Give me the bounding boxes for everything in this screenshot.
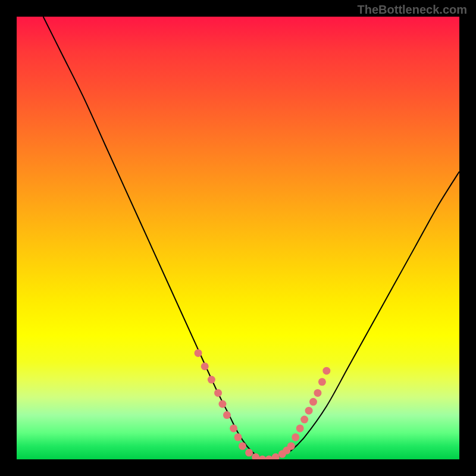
data-dot — [305, 407, 313, 415]
data-dot — [272, 453, 280, 459]
data-dot — [318, 378, 326, 386]
data-dot — [265, 456, 273, 460]
data-dot — [208, 376, 215, 384]
data-dot — [234, 433, 242, 441]
data-dot — [287, 442, 295, 450]
data-dot — [230, 424, 237, 432]
data-dot — [292, 433, 299, 441]
bottleneck-curve-line — [43, 17, 459, 459]
data-dot — [245, 449, 253, 456]
data-dot — [239, 442, 246, 450]
data-dot — [195, 349, 202, 357]
data-dot — [214, 389, 222, 397]
data-dot — [314, 389, 321, 397]
chart-svg — [17, 17, 459, 459]
watermark-text: TheBottleneck.com — [358, 3, 467, 17]
data-dot — [252, 453, 259, 459]
data-dot — [300, 416, 308, 424]
data-dot — [309, 398, 317, 406]
data-dot — [258, 456, 266, 460]
data-dot — [201, 362, 209, 370]
data-dot — [223, 411, 231, 419]
data-dot — [296, 424, 304, 432]
data-dot — [322, 367, 330, 375]
scatter-dots-group — [195, 349, 331, 459]
data-dot — [218, 400, 226, 408]
